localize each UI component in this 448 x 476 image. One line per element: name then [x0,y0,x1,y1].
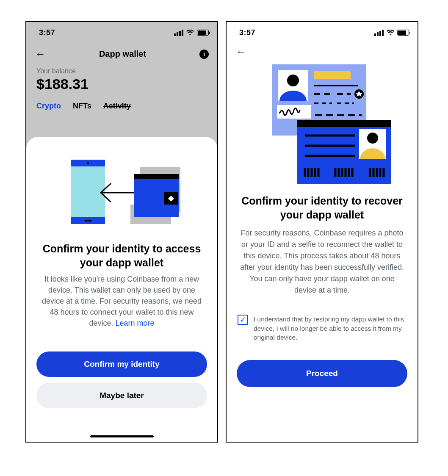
wifi-icon [386,30,395,36]
info-icon[interactable]: i [199,50,209,59]
back-button[interactable]: ← [35,47,46,61]
cellular-icon [174,30,183,36]
balance-value: $188.31 [36,76,207,92]
status-icons [174,30,209,36]
bottom-sheet: Confirm your identity to access your dap… [26,137,217,442]
svg-point-2 [87,162,89,164]
status-bar: 3:57 [227,22,418,43]
page-heading: Confirm your identity to recover your da… [238,194,407,221]
disclaimer-row: ✓ I understand that by restoring my dapp… [236,315,408,342]
svg-point-13 [287,75,299,86]
phone-screen-right: 3:57 ← [226,21,418,443]
battery-icon [397,30,409,36]
page-title: Dapp wallet [99,49,146,59]
cellular-icon [374,30,384,36]
tab-activity[interactable]: Activity [103,102,131,111]
disclaimer-text: I understand that by restoring my dapp w… [254,315,407,342]
balance-label: Your balance [36,67,207,75]
proceed-button[interactable]: Proceed [237,360,407,387]
back-button[interactable]: ← [236,46,408,59]
status-time: 3:57 [39,28,55,37]
learn-more-link[interactable]: Learn more [115,319,154,327]
status-bar: 3:57 [26,22,217,43]
balance-section: Your balance $188.31 [26,66,217,97]
tabs: Crypto NFTs Activity [26,97,217,111]
illustration-phone-wallet [34,148,210,235]
phone-screen-left: 3:57 ← Dapp wallet i Your balance $188.3… [25,21,218,443]
body-text: For security reasons, Coinbase requires … [238,227,407,296]
status-icons [374,30,409,36]
maybe-later-button[interactable]: Maybe later [36,383,207,408]
svg-rect-25 [297,120,391,127]
sheet-title: Confirm your identity to access your dap… [38,242,205,269]
svg-rect-1 [71,166,105,217]
confirm-identity-button[interactable]: Confirm my identity [36,351,207,377]
nav-header: ← Dapp wallet i [26,43,217,66]
disclaimer-checkbox[interactable]: ✓ [238,315,248,325]
status-time: 3:57 [239,28,255,37]
tab-nfts[interactable]: NFTs [73,102,91,111]
wifi-icon [186,30,194,36]
sheet-body: It looks like you're using Coinbase from… [38,274,205,329]
home-indicator[interactable] [90,435,154,437]
tab-crypto[interactable]: Crypto [36,102,61,111]
battery-icon [197,30,209,36]
svg-point-30 [367,133,378,144]
svg-rect-3 [85,220,91,221]
svg-rect-14 [314,71,351,79]
illustration-id-cards [236,59,408,191]
